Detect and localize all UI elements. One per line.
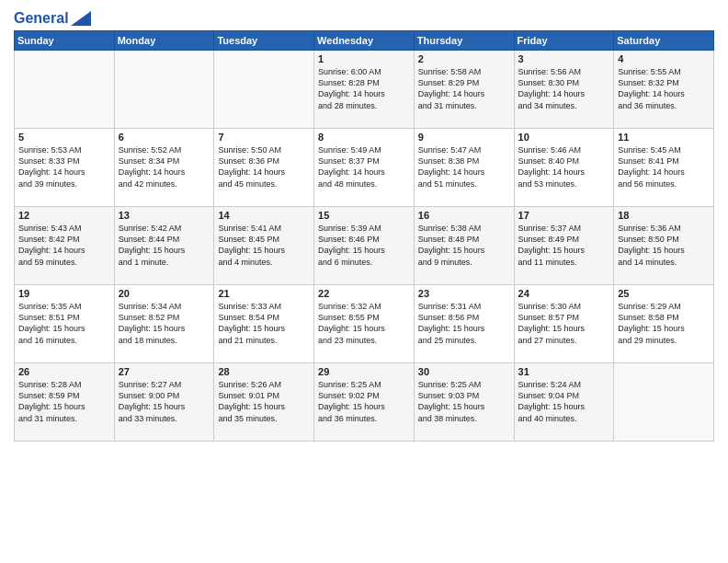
calendar-day: 11Sunrise: 5:45 AM Sunset: 8:41 PM Dayli… xyxy=(614,129,714,207)
calendar-day: 22Sunrise: 5:32 AM Sunset: 8:55 PM Dayli… xyxy=(314,285,415,363)
header-day: Friday xyxy=(514,31,614,51)
calendar-day: 3Sunrise: 5:56 AM Sunset: 8:30 PM Daylig… xyxy=(514,51,614,129)
day-info: Sunrise: 5:30 AM Sunset: 8:57 PM Dayligh… xyxy=(518,301,610,346)
calendar-day: 9Sunrise: 5:47 AM Sunset: 8:38 PM Daylig… xyxy=(414,129,514,207)
day-info: Sunrise: 5:41 AM Sunset: 8:45 PM Dayligh… xyxy=(218,223,310,268)
calendar-day: 2Sunrise: 5:58 AM Sunset: 8:29 PM Daylig… xyxy=(414,51,514,129)
day-number: 2 xyxy=(418,53,510,64)
calendar-day: 17Sunrise: 5:37 AM Sunset: 8:49 PM Dayli… xyxy=(514,207,614,285)
calendar-day: 16Sunrise: 5:38 AM Sunset: 8:48 PM Dayli… xyxy=(414,207,514,285)
day-info: Sunrise: 5:37 AM Sunset: 8:49 PM Dayligh… xyxy=(518,223,610,268)
day-info: Sunrise: 5:53 AM Sunset: 8:33 PM Dayligh… xyxy=(18,144,110,190)
calendar-day: 31Sunrise: 5:24 AM Sunset: 9:04 PM Dayli… xyxy=(514,363,614,442)
calendar-table: SundayMondayTuesdayWednesdayThursdayFrid… xyxy=(14,30,714,442)
day-number: 7 xyxy=(218,132,310,143)
day-info: Sunrise: 5:35 AM Sunset: 8:51 PM Dayligh… xyxy=(18,301,110,346)
day-number: 15 xyxy=(318,210,410,221)
day-info: Sunrise: 5:56 AM Sunset: 8:30 PM Dayligh… xyxy=(518,66,610,111)
day-info: Sunrise: 5:58 AM Sunset: 8:29 PM Dayligh… xyxy=(418,66,510,111)
day-info: Sunrise: 5:25 AM Sunset: 9:03 PM Dayligh… xyxy=(418,379,510,424)
day-info: Sunrise: 5:47 AM Sunset: 8:38 PM Dayligh… xyxy=(418,144,510,190)
calendar-day: 28Sunrise: 5:26 AM Sunset: 9:01 PM Dayli… xyxy=(214,363,314,442)
day-number: 10 xyxy=(518,132,610,143)
calendar-day: 6Sunrise: 5:52 AM Sunset: 8:34 PM Daylig… xyxy=(114,129,214,207)
header-day: Sunday xyxy=(15,31,115,51)
calendar-week: 19Sunrise: 5:35 AM Sunset: 8:51 PM Dayli… xyxy=(15,285,714,363)
day-info: Sunrise: 5:46 AM Sunset: 8:40 PM Dayligh… xyxy=(518,144,610,190)
day-info: Sunrise: 5:55 AM Sunset: 8:32 PM Dayligh… xyxy=(618,66,710,111)
day-info: Sunrise: 6:00 AM Sunset: 8:28 PM Dayligh… xyxy=(318,66,410,111)
day-number: 9 xyxy=(418,132,510,143)
day-info: Sunrise: 5:36 AM Sunset: 8:50 PM Dayligh… xyxy=(618,223,710,268)
calendar-day: 21Sunrise: 5:33 AM Sunset: 8:54 PM Dayli… xyxy=(214,285,314,363)
logo: General xyxy=(14,9,91,25)
day-number: 17 xyxy=(518,210,610,221)
day-info: Sunrise: 5:43 AM Sunset: 8:42 PM Dayligh… xyxy=(18,223,110,268)
calendar-day: 12Sunrise: 5:43 AM Sunset: 8:42 PM Dayli… xyxy=(15,207,115,285)
day-info: Sunrise: 5:50 AM Sunset: 8:36 PM Dayligh… xyxy=(218,144,310,190)
day-info: Sunrise: 5:52 AM Sunset: 8:34 PM Dayligh… xyxy=(119,144,210,190)
day-number: 22 xyxy=(318,288,410,299)
day-number: 14 xyxy=(218,210,310,221)
calendar-day: 10Sunrise: 5:46 AM Sunset: 8:40 PM Dayli… xyxy=(514,129,614,207)
header-row: SundayMondayTuesdayWednesdayThursdayFrid… xyxy=(15,31,714,51)
day-number: 27 xyxy=(119,366,210,377)
calendar-day: 18Sunrise: 5:36 AM Sunset: 8:50 PM Dayli… xyxy=(614,207,714,285)
calendar-day: 29Sunrise: 5:25 AM Sunset: 9:02 PM Dayli… xyxy=(314,363,415,442)
day-number: 21 xyxy=(218,288,310,299)
day-number: 26 xyxy=(18,366,110,377)
day-info: Sunrise: 5:28 AM Sunset: 8:59 PM Dayligh… xyxy=(18,379,110,424)
day-number: 5 xyxy=(18,132,110,143)
day-info: Sunrise: 5:42 AM Sunset: 8:44 PM Dayligh… xyxy=(119,223,210,268)
header-day: Saturday xyxy=(614,31,714,51)
day-info: Sunrise: 5:34 AM Sunset: 8:52 PM Dayligh… xyxy=(119,301,210,346)
header-day: Tuesday xyxy=(214,31,314,51)
day-info: Sunrise: 5:27 AM Sunset: 9:00 PM Dayligh… xyxy=(119,379,210,424)
calendar-day: 1Sunrise: 6:00 AM Sunset: 8:28 PM Daylig… xyxy=(314,51,415,129)
day-info: Sunrise: 5:39 AM Sunset: 8:46 PM Dayligh… xyxy=(318,223,410,268)
calendar-day: 24Sunrise: 5:30 AM Sunset: 8:57 PM Dayli… xyxy=(514,285,614,363)
day-number: 1 xyxy=(318,53,410,64)
header-day: Monday xyxy=(114,31,214,51)
day-number: 30 xyxy=(418,366,510,377)
calendar-week: 26Sunrise: 5:28 AM Sunset: 8:59 PM Dayli… xyxy=(15,363,714,442)
calendar-week: 1Sunrise: 6:00 AM Sunset: 8:28 PM Daylig… xyxy=(15,51,714,129)
calendar-day: 23Sunrise: 5:31 AM Sunset: 8:56 PM Dayli… xyxy=(414,285,514,363)
day-number: 11 xyxy=(618,132,710,143)
logo-icon xyxy=(71,11,91,26)
calendar-day xyxy=(15,51,115,129)
day-number: 12 xyxy=(18,210,110,221)
day-info: Sunrise: 5:49 AM Sunset: 8:37 PM Dayligh… xyxy=(318,144,410,190)
calendar-week: 12Sunrise: 5:43 AM Sunset: 8:42 PM Dayli… xyxy=(15,207,714,285)
day-info: Sunrise: 5:24 AM Sunset: 9:04 PM Dayligh… xyxy=(518,379,610,424)
day-number: 28 xyxy=(218,366,310,377)
day-info: Sunrise: 5:31 AM Sunset: 8:56 PM Dayligh… xyxy=(418,301,510,346)
day-number: 16 xyxy=(418,210,510,221)
calendar-day: 13Sunrise: 5:42 AM Sunset: 8:44 PM Dayli… xyxy=(114,207,214,285)
calendar-day: 26Sunrise: 5:28 AM Sunset: 8:59 PM Dayli… xyxy=(15,363,115,442)
calendar-day: 15Sunrise: 5:39 AM Sunset: 8:46 PM Dayli… xyxy=(314,207,415,285)
day-number: 20 xyxy=(119,288,210,299)
day-number: 29 xyxy=(318,366,410,377)
day-number: 31 xyxy=(518,366,610,377)
calendar-day: 27Sunrise: 5:27 AM Sunset: 9:00 PM Dayli… xyxy=(114,363,214,442)
header-day: Thursday xyxy=(414,31,514,51)
calendar-day xyxy=(614,363,714,442)
calendar-day xyxy=(214,51,314,129)
calendar-header: SundayMondayTuesdayWednesdayThursdayFrid… xyxy=(15,31,714,51)
day-number: 24 xyxy=(518,288,610,299)
day-info: Sunrise: 5:32 AM Sunset: 8:55 PM Dayligh… xyxy=(318,301,410,346)
calendar-week: 5Sunrise: 5:53 AM Sunset: 8:33 PM Daylig… xyxy=(15,129,714,207)
day-number: 19 xyxy=(18,288,110,299)
day-number: 4 xyxy=(618,53,710,64)
calendar-day: 14Sunrise: 5:41 AM Sunset: 8:45 PM Dayli… xyxy=(214,207,314,285)
day-info: Sunrise: 5:33 AM Sunset: 8:54 PM Dayligh… xyxy=(218,301,310,346)
calendar-day: 30Sunrise: 5:25 AM Sunset: 9:03 PM Dayli… xyxy=(414,363,514,442)
calendar-day: 4Sunrise: 5:55 AM Sunset: 8:32 PM Daylig… xyxy=(614,51,714,129)
calendar-day: 19Sunrise: 5:35 AM Sunset: 8:51 PM Dayli… xyxy=(15,285,115,363)
header: General xyxy=(14,9,714,25)
day-number: 25 xyxy=(618,288,710,299)
calendar-day xyxy=(114,51,214,129)
logo-general: General xyxy=(14,9,69,27)
calendar-day: 5Sunrise: 5:53 AM Sunset: 8:33 PM Daylig… xyxy=(15,129,115,207)
